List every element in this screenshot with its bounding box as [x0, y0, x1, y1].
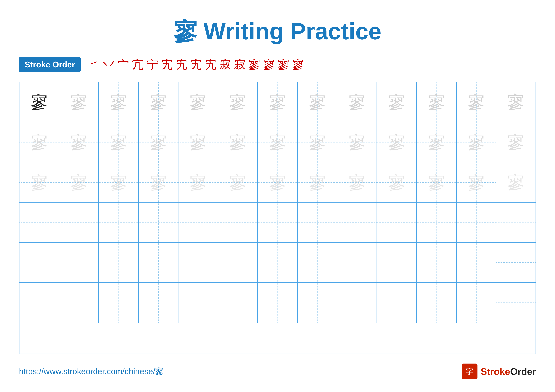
cell-5-12[interactable]: [457, 243, 496, 282]
cell-1-12[interactable]: 寥: [457, 82, 496, 122]
cell-1-4[interactable]: 寥: [139, 82, 178, 122]
stroke-7: 宄: [176, 57, 187, 72]
cell-5-6[interactable]: [218, 243, 258, 282]
cell-4-10[interactable]: [377, 203, 417, 242]
cell-3-13[interactable]: 寥: [496, 162, 535, 202]
stroke-10: 寂: [219, 57, 231, 72]
cell-4-8[interactable]: [298, 203, 337, 242]
cell-3-7[interactable]: 寥: [258, 162, 298, 202]
cell-6-3[interactable]: [99, 283, 139, 323]
cell-5-10[interactable]: [377, 243, 417, 282]
cell-1-6[interactable]: 寥: [218, 82, 258, 122]
cell-5-13[interactable]: [496, 243, 535, 282]
stroke-15: 寥: [292, 57, 304, 72]
cell-1-7[interactable]: 寥: [258, 82, 298, 122]
stroke-6: 宄: [161, 57, 173, 72]
stroke-9: 宄: [205, 57, 216, 72]
cell-6-2[interactable]: [59, 283, 99, 323]
stroke-14: 寥: [278, 57, 289, 72]
cell-1-5[interactable]: 寥: [178, 82, 218, 122]
cell-2-3[interactable]: 寥: [99, 122, 139, 162]
cell-2-11[interactable]: 寥: [417, 122, 457, 162]
cell-3-10[interactable]: 寥: [377, 162, 417, 202]
cell-3-2[interactable]: 寥: [59, 162, 99, 202]
cell-2-4[interactable]: 寥: [139, 122, 178, 162]
cell-4-3[interactable]: [99, 203, 139, 242]
cell-4-5[interactable]: [178, 203, 218, 242]
cell-5-5[interactable]: [178, 243, 218, 282]
grid-row-4: [20, 203, 535, 243]
cell-5-4[interactable]: [139, 243, 178, 282]
cell-4-9[interactable]: [337, 203, 377, 242]
cell-6-4[interactable]: [139, 283, 178, 323]
cell-2-10[interactable]: 寥: [377, 122, 417, 162]
cell-6-10[interactable]: [377, 283, 417, 323]
cell-6-5[interactable]: [178, 283, 218, 323]
cell-3-6[interactable]: 寥: [218, 162, 258, 202]
cell-6-1[interactable]: [20, 283, 59, 323]
cell-5-2[interactable]: [59, 243, 99, 282]
cell-5-9[interactable]: [337, 243, 377, 282]
cell-3-11[interactable]: 寥: [417, 162, 457, 202]
cell-6-6[interactable]: [218, 283, 258, 323]
stroke-13: 寥: [263, 57, 275, 72]
cell-5-3[interactable]: [99, 243, 139, 282]
cell-4-11[interactable]: [417, 203, 457, 242]
cell-3-12[interactable]: 寥: [457, 162, 496, 202]
cell-3-1[interactable]: 寥: [20, 162, 59, 202]
stroke-3: 宀: [118, 57, 129, 72]
cell-4-4[interactable]: [139, 203, 178, 242]
cell-3-8[interactable]: 寥: [298, 162, 337, 202]
cell-1-11[interactable]: 寥: [417, 82, 457, 122]
cell-6-9[interactable]: [337, 283, 377, 323]
cell-2-5[interactable]: 寥: [178, 122, 218, 162]
cell-5-1[interactable]: [20, 243, 59, 282]
grid-row-5: [20, 243, 535, 283]
cell-2-1[interactable]: 寥: [20, 122, 59, 162]
writing-grid: 寥 寥 寥 寥 寥 寥 寥 寥 寥 寥 寥 寥 寥 寥 寥 寥 寥 寥 寥 寥 …: [19, 82, 536, 354]
cell-2-6[interactable]: 寥: [218, 122, 258, 162]
cell-5-11[interactable]: [417, 243, 457, 282]
stroke-11: 寂: [234, 57, 246, 72]
cell-2-7[interactable]: 寥: [258, 122, 298, 162]
cell-2-13[interactable]: 寥: [496, 122, 535, 161]
cell-6-7[interactable]: [258, 283, 298, 323]
cell-2-8[interactable]: 寥: [298, 122, 337, 162]
grid-row-1: 寥 寥 寥 寥 寥 寥 寥 寥 寥 寥 寥 寥 寥: [20, 82, 535, 122]
cell-4-12[interactable]: [457, 203, 496, 242]
logo-svg: 字: [464, 366, 475, 377]
cell-4-2[interactable]: [59, 203, 99, 242]
cell-3-3[interactable]: 寥: [99, 162, 139, 202]
cell-3-5[interactable]: 寥: [178, 162, 218, 202]
cell-3-4[interactable]: 寥: [139, 162, 178, 202]
cell-2-12[interactable]: 寥: [457, 122, 496, 162]
cell-4-1[interactable]: [20, 203, 59, 242]
cell-3-9[interactable]: 寥: [337, 162, 377, 202]
cell-1-10[interactable]: 寥: [377, 82, 417, 122]
cell-2-9[interactable]: 寥: [337, 122, 377, 162]
cell-6-11[interactable]: [417, 283, 457, 323]
cell-6-12[interactable]: [457, 283, 496, 323]
cell-1-13[interactable]: 寥: [496, 82, 535, 121]
cell-1-9[interactable]: 寥: [337, 82, 377, 122]
grid-row-6: [20, 283, 535, 323]
cell-4-13[interactable]: [496, 203, 535, 242]
cell-5-7[interactable]: [258, 243, 298, 282]
stroke-8: 宄: [190, 57, 202, 72]
cell-2-2[interactable]: 寥: [59, 122, 99, 162]
cell-6-8[interactable]: [298, 283, 337, 323]
cell-6-13[interactable]: [496, 283, 535, 322]
logo-text: StrokeOrder: [481, 366, 536, 377]
cell-5-8[interactable]: [298, 243, 337, 282]
cell-4-7[interactable]: [258, 203, 298, 242]
footer: https://www.strokeorder.com/chinese/寥 字 …: [19, 363, 536, 379]
footer-url[interactable]: https://www.strokeorder.com/chinese/寥: [19, 366, 163, 377]
stroke-2: 丷: [103, 57, 115, 72]
stroke-order-badge: Stroke Order: [19, 57, 81, 72]
cell-1-8[interactable]: 寥: [298, 82, 337, 122]
cell-1-1[interactable]: 寥: [20, 82, 59, 122]
title-character: 寥: [174, 18, 197, 44]
cell-4-6[interactable]: [218, 203, 258, 242]
cell-1-3[interactable]: 寥: [99, 82, 139, 122]
cell-1-2[interactable]: 寥: [59, 82, 99, 122]
